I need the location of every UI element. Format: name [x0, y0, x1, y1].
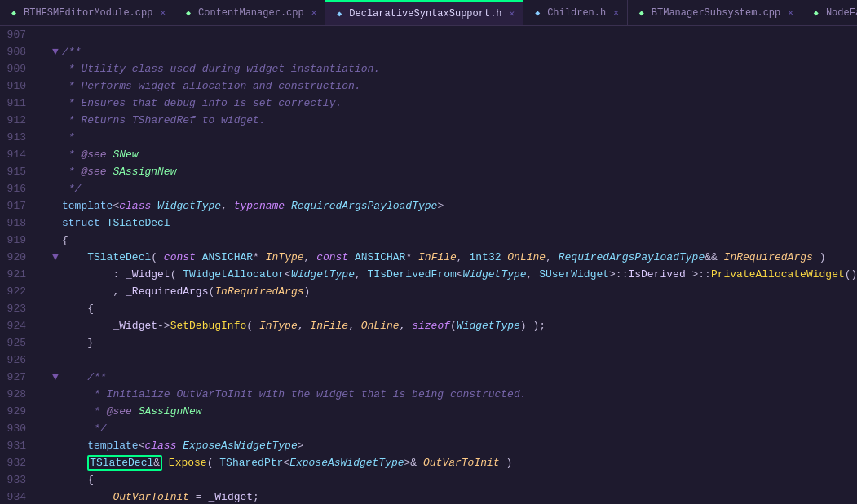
line-number: 923: [0, 300, 33, 317]
code-line: * Returns TSharedRef to widget.: [49, 112, 857, 129]
line-number: 922: [0, 283, 33, 300]
code-text: : _Widget( TWidgetAllocator<WidgetType, …: [62, 266, 857, 283]
tab-label: Children.h: [547, 7, 606, 19]
tab-label: DeclarativeSyntaxSupport.h: [349, 8, 501, 20]
code-content: ▼/** * Utility class used during widget …: [41, 26, 857, 504]
code-text: {: [62, 232, 857, 249]
line-number: 932: [0, 454, 33, 471]
tab-close-icon[interactable]: ✕: [311, 7, 317, 18]
gutter-icon[interactable]: ▼: [49, 369, 62, 386]
code-line: TSlateDecl& Expose( TSharedPtr<ExposeAsW…: [49, 454, 857, 471]
editor-container: ◆BTHFSMEditorModule.cpp✕◆ContentManager.…: [0, 0, 857, 504]
code-text: TSlateDecl& Expose( TSharedPtr<ExposeAsW…: [62, 454, 857, 471]
tab-contentmanager-cpp[interactable]: ◆ContentManager.cpp✕: [174, 0, 325, 25]
line-number: 909: [0, 60, 33, 77]
code-text: template<class ExposeAsWidgetType>: [62, 437, 857, 454]
code-line: * Utility class used during widget insta…: [49, 60, 857, 77]
code-text: *: [62, 129, 857, 146]
tab-nodefactory-cpp[interactable]: ◆NodeFactory.cpp✕: [802, 0, 857, 25]
code-line: OutVarToInit = _Widget;: [49, 489, 857, 504]
code-line: {: [49, 232, 857, 249]
code-line: ▼/**: [49, 43, 857, 60]
code-line: _Widget->SetDebugInfo( InType, InFile, O…: [49, 317, 857, 334]
code-text: */: [62, 420, 857, 437]
code-text: */: [62, 180, 857, 197]
line-number: 918: [0, 214, 33, 232]
code-text: {: [62, 471, 857, 489]
line-number: 931: [0, 437, 33, 454]
tab-label: BTHFSMEditorModule.cpp: [24, 7, 152, 19]
code-text: TSlateDecl( const ANSICHAR* InType, cons…: [62, 249, 857, 266]
line-number: 925: [0, 334, 33, 351]
code-line: {: [49, 300, 857, 317]
tab-btmanagersubsystem-cpp[interactable]: ◆BTManagerSubsystem.cpp✕: [628, 0, 802, 25]
code-text: OutVarToInit = _Widget;: [62, 489, 857, 504]
tab-close-icon[interactable]: ✕: [160, 7, 166, 18]
code-text: /**: [62, 369, 857, 386]
gutter-icon[interactable]: ▼: [49, 43, 62, 60]
code-line: template<class WidgetType, typename Requ…: [49, 197, 857, 214]
code-line: * Ensures that debug info is set correct…: [49, 95, 857, 112]
code-line: * Performs widget allocation and constru…: [49, 77, 857, 95]
code-line: , _RequiredArgs(InRequiredArgs): [49, 283, 857, 300]
code-line: */: [49, 180, 857, 197]
code-line: {: [49, 471, 857, 489]
line-number: 914: [0, 146, 33, 163]
code-line: : _Widget( TWidgetAllocator<WidgetType, …: [49, 266, 857, 283]
code-text: * @see SNew: [62, 146, 857, 163]
code-text: , _RequiredArgs(InRequiredArgs): [62, 283, 857, 300]
line-number: 929: [0, 403, 33, 420]
tab-close-icon[interactable]: ✕: [788, 7, 793, 18]
tab-children-h[interactable]: ◆Children.h✕: [523, 0, 628, 25]
tab-close-icon[interactable]: ✕: [510, 8, 515, 19]
code-line: * @see SAssignNew: [49, 403, 857, 420]
h-icon: ◆: [532, 7, 543, 19]
cpp-icon: ◆: [811, 7, 822, 19]
line-number: 907: [0, 26, 33, 43]
line-numbers: 9079089099109119129139149159169179189199…: [0, 26, 41, 504]
line-number: 913: [0, 129, 33, 146]
code-line: ▼ /**: [49, 369, 857, 386]
code-line: struct TSlateDecl: [49, 214, 857, 232]
line-number: 916: [0, 180, 33, 197]
code-line: [49, 351, 857, 369]
code-text: {: [62, 300, 857, 317]
gutter-icon[interactable]: ▼: [49, 249, 62, 266]
tab-declarativesyntaxsupport-h[interactable]: ◆DeclarativeSyntaxSupport.h✕: [325, 0, 523, 25]
tab-bar: ◆BTHFSMEditorModule.cpp✕◆ContentManager.…: [0, 0, 857, 26]
code-area: 9079089099109119129139149159169179189199…: [0, 26, 857, 504]
code-text: struct TSlateDecl: [62, 214, 857, 232]
tab-label: NodeFactory.cpp: [826, 7, 857, 19]
code-text: template<class WidgetType, typename Requ…: [62, 197, 857, 214]
code-line: template<class ExposeAsWidgetType>: [49, 437, 857, 454]
line-number: 921: [0, 266, 33, 283]
code-text: }: [62, 334, 857, 351]
tab-label: ContentManager.cpp: [198, 7, 304, 19]
cpp-icon: ◆: [636, 7, 647, 19]
line-number: 915: [0, 163, 33, 180]
code-text: * @see SAssignNew: [62, 163, 857, 180]
code-line: }: [49, 334, 857, 351]
code-line: * @see SNew: [49, 146, 857, 163]
line-number: 919: [0, 232, 33, 249]
code-text: * @see SAssignNew: [62, 403, 857, 420]
line-number: 927: [0, 369, 33, 386]
code-line: */: [49, 420, 857, 437]
tab-label: BTManagerSubsystem.cpp: [652, 7, 780, 19]
tab-bthfsmeditormodule-cpp[interactable]: ◆BTHFSMEditorModule.cpp✕: [0, 0, 174, 25]
tab-close-icon[interactable]: ✕: [613, 7, 619, 18]
code-text: * Performs widget allocation and constru…: [62, 77, 857, 95]
line-number: 908: [0, 43, 33, 60]
code-line: * @see SAssignNew: [49, 163, 857, 180]
line-number: 924: [0, 317, 33, 334]
line-number: 933: [0, 471, 33, 489]
code-line: * Initialize OutVarToInit with the widge…: [49, 386, 857, 403]
line-number: 920: [0, 249, 33, 266]
line-number: 911: [0, 95, 33, 112]
code-text: /**: [62, 43, 857, 60]
code-text: * Utility class used during widget insta…: [62, 60, 857, 77]
cpp-icon: ◆: [183, 7, 194, 19]
code-text: _Widget->SetDebugInfo( InType, InFile, O…: [62, 317, 857, 334]
code-line: *: [49, 129, 857, 146]
code-text: * Returns TSharedRef to widget.: [62, 112, 857, 129]
